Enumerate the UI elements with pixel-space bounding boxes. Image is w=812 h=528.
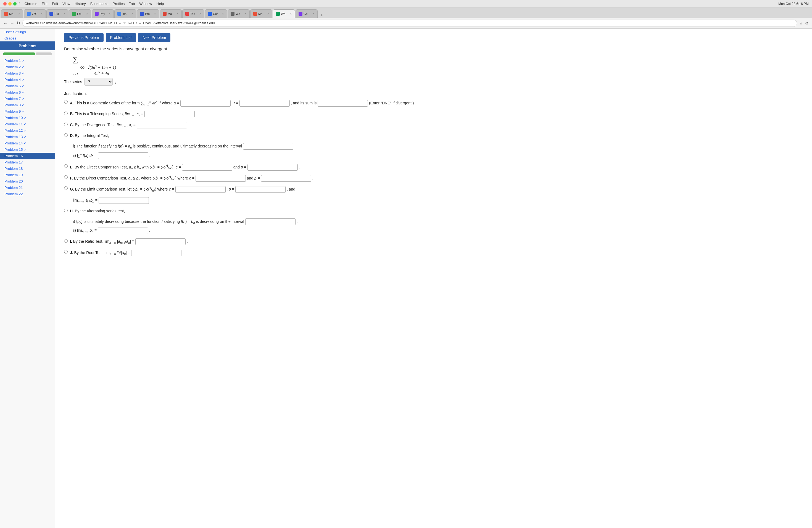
sidebar-item-problem-21[interactable]: Problem 21 (0, 185, 55, 191)
option-j-radio[interactable] (64, 250, 68, 253)
option-e-radio[interactable] (64, 164, 68, 168)
option-c-radio[interactable] (64, 122, 68, 126)
tab-close-icon[interactable]: ✕ (199, 12, 201, 15)
alt-interval-input[interactable] (245, 218, 295, 225)
option-b-radio[interactable] (64, 112, 68, 115)
sidebar-item-problem-22[interactable]: Problem 22 (0, 191, 55, 197)
sidebar-item-problem-11[interactable]: Problem 11 ✓ (0, 121, 55, 127)
forward-button[interactable]: → (10, 21, 14, 26)
tab-close-icon[interactable]: ✕ (154, 12, 156, 15)
sidebar-grades[interactable]: Grades (0, 35, 55, 41)
minimize-button[interactable] (8, 2, 12, 5)
menu-history[interactable]: History (75, 2, 86, 6)
geometric-sum-input[interactable] (318, 100, 368, 107)
option-h-radio[interactable] (64, 209, 68, 212)
sidebar-user-settings[interactable]: User Settings (0, 29, 55, 35)
geometric-r-input[interactable] (240, 100, 290, 107)
lct-limit-input[interactable] (99, 197, 149, 204)
problem-list-button[interactable]: Problem List (106, 33, 136, 42)
maximize-button[interactable] (13, 2, 17, 5)
sidebar-item-problem-19[interactable]: Problem 19 (0, 172, 55, 178)
lct-p-input[interactable] (235, 186, 286, 193)
tab-ge[interactable]: Ge ✕ (295, 10, 318, 18)
root-test-input[interactable] (131, 250, 182, 256)
option-f-radio[interactable] (64, 175, 68, 179)
sidebar-item-problem-10[interactable]: Problem 10 ✓ (0, 115, 55, 121)
sidebar-item-problem-14[interactable]: Problem 14 ✓ (0, 140, 55, 146)
tab-close-icon[interactable]: ✕ (222, 12, 224, 15)
address-input[interactable] (23, 19, 797, 27)
ratio-test-input[interactable] (135, 238, 186, 245)
tab-we2[interactable]: We ✕ (273, 10, 295, 18)
tab-77c[interactable]: 77C ✕ (24, 10, 46, 18)
sidebar-item-problem-18[interactable]: Problem 18 (0, 165, 55, 172)
sidebar-item-problem-20[interactable]: Problem 20 (0, 178, 55, 185)
lct-c-input[interactable] (175, 186, 226, 193)
sidebar-item-problem-8[interactable]: Problem 8 ✓ (0, 102, 55, 108)
sidebar-item-problem-17[interactable]: Problem 17 (0, 159, 55, 165)
integral-value-input[interactable] (98, 152, 148, 159)
tab-phy[interactable]: Phy ✕ (92, 10, 114, 18)
geometric-a-input[interactable] (180, 100, 231, 107)
sidebar-item-problem-2[interactable]: Problem 2 ✓ (0, 64, 55, 70)
option-g-radio[interactable] (64, 186, 68, 190)
tab-close-icon[interactable]: ✕ (313, 12, 315, 15)
tab-pro[interactable]: Pro ✕ (137, 10, 159, 18)
tab-ma1[interactable]: Ma ✕ (1, 10, 23, 18)
tab-tod[interactable]: Tod ✕ (182, 10, 204, 18)
menu-bookmarks[interactable]: Bookmarks (90, 2, 108, 6)
menu-window[interactable]: Window (139, 2, 152, 6)
tab-close-icon[interactable]: ✕ (41, 12, 43, 15)
tab-ma2[interactable]: Ma ✕ (160, 10, 182, 18)
tab-close-icon[interactable]: ✕ (176, 12, 179, 15)
menu-tab[interactable]: Tab (129, 2, 135, 6)
tab-we1[interactable]: We ✕ (228, 10, 250, 18)
sidebar-item-problem-7[interactable]: Problem 7 ✓ (0, 96, 55, 102)
tab-fm[interactable]: FM ✕ (69, 10, 91, 18)
tab-ma3[interactable]: Ma ✕ (250, 10, 272, 18)
menu-edit[interactable]: Edit (52, 2, 58, 6)
tab-close-icon[interactable]: ✕ (18, 12, 20, 15)
sidebar-item-problem-9[interactable]: Problem 9 ✓ (0, 108, 55, 115)
sidebar-item-problem-4[interactable]: Problem 4 ✓ (0, 76, 55, 83)
sidebar-item-problem-5[interactable]: Problem 5 ✓ (0, 83, 55, 89)
tab-close-icon[interactable]: ✕ (108, 12, 111, 15)
tab-close-icon[interactable]: ✕ (131, 12, 133, 15)
sidebar-item-problem-15[interactable]: Problem 15 ✓ (0, 146, 55, 153)
divergence-input[interactable] (137, 122, 187, 128)
menu-help[interactable]: Help (156, 2, 164, 6)
alt-limit-input[interactable] (98, 228, 148, 234)
menu-chrome[interactable]: Chrome (25, 2, 37, 6)
dct-geq-p-input[interactable] (261, 175, 311, 182)
sidebar-item-problem-6[interactable]: Problem 6 ✓ (0, 89, 55, 96)
sidebar-item-problem-12[interactable]: Problem 12 ✓ (0, 127, 55, 134)
next-problem-button[interactable]: Next Problem (138, 33, 170, 42)
bookmark-icon[interactable]: ☆ (799, 21, 803, 25)
tab-close-icon[interactable]: ✕ (244, 12, 247, 15)
tab-close-icon[interactable]: ✕ (63, 12, 66, 15)
integral-interval-input[interactable] (243, 143, 293, 150)
option-d-radio[interactable] (64, 133, 68, 137)
back-button[interactable]: ← (3, 21, 8, 26)
menu-view[interactable]: View (62, 2, 70, 6)
sidebar-item-problem-1[interactable]: Problem 1 ✓ (0, 57, 55, 64)
sidebar-item-problem-13[interactable]: Problem 13 ✓ (0, 134, 55, 140)
tab-close-icon[interactable]: ✕ (86, 12, 88, 15)
tab-ins[interactable]: Ins ✕ (114, 10, 136, 18)
tab-close-icon[interactable]: ✕ (267, 12, 269, 15)
sidebar-item-problem-3[interactable]: Problem 3 ✓ (0, 70, 55, 76)
menu-profiles[interactable]: Profiles (113, 2, 125, 6)
new-tab-button[interactable]: + (318, 13, 325, 18)
reload-button[interactable]: ↻ (17, 20, 20, 26)
close-button[interactable] (3, 2, 6, 5)
menu-file[interactable]: File (42, 2, 47, 6)
sidebar-item-problem-16[interactable]: Problem 16 (0, 153, 55, 159)
previous-problem-button[interactable]: Previous Problem (64, 33, 104, 42)
dct-leq-c-input[interactable] (182, 164, 232, 171)
extensions-icon[interactable]: ⚙ (805, 21, 809, 25)
series-convergence-select[interactable]: ? converges diverges (84, 78, 113, 86)
dct-geq-c-input[interactable] (195, 175, 246, 182)
option-i-radio[interactable] (64, 239, 68, 243)
menu-apple[interactable]:  (19, 2, 20, 6)
tab-pul[interactable]: Pul ✕ (46, 10, 69, 18)
